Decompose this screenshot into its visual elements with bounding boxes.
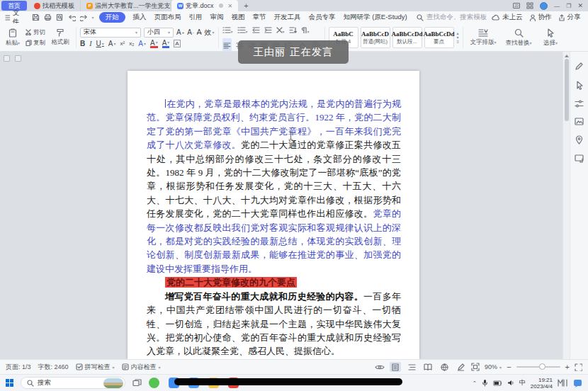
- wechat-icon[interactable]: [149, 378, 159, 388]
- redo-icon[interactable]: [80, 14, 88, 21]
- zoom-slider[interactable]: [516, 366, 560, 368]
- sort-icon[interactable]: [289, 23, 297, 36]
- select-button[interactable]: 选择▾: [538, 25, 563, 50]
- content-check-toggle[interactable]: 内容检查▾: [122, 363, 161, 372]
- ribbon-tab-引用[interactable]: 引用: [189, 13, 203, 22]
- fullscreen-icon[interactable]: [575, 363, 582, 371]
- character-border-icon[interactable]: A: [174, 40, 180, 47]
- ribbon-tab-开始[interactable]: 开始: [99, 12, 125, 23]
- task-view-icon[interactable]: [132, 379, 142, 387]
- superscript-icon[interactable]: x²: [120, 40, 125, 47]
- cut-button[interactable]: 剪切: [26, 28, 45, 37]
- translate-tool-icon[interactable]: [558, 379, 568, 387]
- style-gallery-scroll[interactable]: ▴▾≡: [457, 25, 460, 50]
- start-button[interactable]: [6, 379, 13, 387]
- decrease-font-icon[interactable]: A-: [187, 28, 194, 36]
- document-page[interactable]: 在党内，党章是最根本的党内法规，是党内的普遍行为规范。党章保障党员权利、约束党员…: [128, 71, 419, 359]
- font-name-select[interactable]: 宋体▾: [80, 28, 141, 38]
- bold-icon[interactable]: B: [80, 40, 85, 47]
- decrease-indent-icon[interactable]: [252, 23, 260, 36]
- ink-mode-icon[interactable]: [455, 362, 466, 372]
- taskbar-search[interactable]: 搜索: [21, 377, 125, 389]
- strikethrough-icon[interactable]: A▾: [108, 40, 116, 47]
- zoom-level[interactable]: 90%▾: [485, 363, 502, 370]
- align-left-icon[interactable]: [222, 38, 232, 52]
- zoom-slider-knob[interactable]: [539, 363, 545, 370]
- minimize-button[interactable]: —: [554, 3, 560, 9]
- print-preview-icon[interactable]: [56, 13, 64, 21]
- eye-protection-icon[interactable]: [375, 364, 385, 370]
- ribbon-tab-章节[interactable]: 章节: [253, 13, 266, 22]
- ime-indicator[interactable]: 中: [519, 378, 526, 387]
- text-effects-icon[interactable]: 效▾: [205, 28, 215, 38]
- command-search[interactable]: 查找命令、搜索模板: [417, 13, 487, 22]
- ribbon-tab-审阅[interactable]: 审阅: [210, 13, 224, 22]
- window-tab[interactable]: P温州大学教育...一学生党支部: [81, 0, 171, 11]
- search-highlight-image[interactable]: [103, 378, 123, 388]
- cloud-status[interactable]: 未上云: [492, 13, 523, 22]
- increase-indent-icon[interactable]: [264, 23, 272, 36]
- apps-grid-icon[interactable]: [526, 2, 533, 9]
- notification-icon[interactable]: [573, 379, 582, 387]
- underline-icon[interactable]: U▾: [96, 40, 104, 47]
- outline-view-icon[interactable]: [406, 362, 417, 372]
- tab-close-icon[interactable]: ✕: [228, 3, 233, 9]
- quick-access-dropdown-icon[interactable]: ▾: [92, 15, 94, 20]
- style-card[interactable]: AaBbCcDd要点: [424, 27, 454, 48]
- edit-pen-icon[interactable]: [575, 62, 584, 71]
- collaborate-button[interactable]: 协作: [529, 13, 552, 22]
- text-layout-button[interactable]: 文字排版▾: [467, 25, 499, 50]
- word-count[interactable]: 字数: 2460: [38, 363, 69, 372]
- read-layout-icon[interactable]: [422, 362, 434, 372]
- web-layout-icon[interactable]: [439, 362, 450, 372]
- subscript-icon[interactable]: x₂: [129, 40, 134, 47]
- spell-check-toggle[interactable]: 拼写检查▾: [76, 363, 115, 372]
- close-button[interactable]: ✕: [577, 2, 583, 9]
- zoom-in-button[interactable]: +: [565, 363, 570, 371]
- ribbon-tab-视图[interactable]: 视图: [232, 13, 245, 22]
- restore-button[interactable]: ❐: [566, 3, 571, 9]
- font-size-select[interactable]: 小四▾: [144, 28, 174, 38]
- select-tool-icon[interactable]: [575, 81, 584, 90]
- style-card[interactable]: AaBbCcDd默认段...: [392, 27, 422, 48]
- scroll-up-icon[interactable]: [565, 55, 569, 57]
- bullet-list-icon[interactable]: ▾: [222, 23, 233, 36]
- paste-button[interactable]: 粘贴▾: [3, 25, 23, 50]
- new-tab-button[interactable]: +: [238, 0, 254, 11]
- copy-button[interactable]: 复制: [26, 39, 45, 47]
- location-pin-icon[interactable]: [575, 135, 583, 144]
- highlight-color-icon[interactable]: A▾: [150, 40, 158, 48]
- clear-format-icon[interactable]: A: [197, 28, 202, 36]
- mini-tool-icon[interactable]: [15, 55, 21, 62]
- microphone-icon[interactable]: [482, 379, 488, 387]
- zoom-out-button[interactable]: −: [507, 363, 511, 371]
- italic-icon[interactable]: I: [89, 40, 91, 47]
- font-color-icon[interactable]: A▾: [162, 40, 170, 48]
- fit-page-icon[interactable]: [471, 363, 480, 371]
- skin-icon[interactable]: 2D: [513, 3, 520, 8]
- ribbon-tab-插入[interactable]: 插入: [133, 13, 147, 22]
- paragraph-mark-icon[interactable]: ▾: [301, 23, 310, 36]
- format-painter-button[interactable]: 格式刷: [48, 25, 72, 50]
- card-image-icon[interactable]: [575, 118, 584, 125]
- taskbar-clock[interactable]: 19:212023/4/4: [531, 377, 553, 390]
- ribbon-tab-开发工具[interactable]: 开发工具: [274, 13, 301, 22]
- battery-icon[interactable]: [493, 380, 502, 386]
- mobile-view-icon[interactable]: [575, 154, 584, 163]
- text-effect-a-icon[interactable]: A▾: [138, 40, 146, 47]
- speaker-icon[interactable]: [507, 380, 514, 386]
- print-icon[interactable]: [44, 13, 52, 21]
- mini-tool-icon[interactable]: [4, 55, 10, 62]
- settings-sliders-icon[interactable]: [575, 100, 584, 108]
- style-card[interactable]: AaBbCcD普通(网站): [361, 27, 390, 48]
- find-replace-button[interactable]: 查找替换▾: [502, 25, 535, 50]
- browser-globe-icon[interactable]: [540, 2, 548, 10]
- ribbon-tab-会员专享[interactable]: 会员专享: [309, 13, 336, 22]
- increase-font-icon[interactable]: A+: [176, 28, 184, 36]
- window-tab[interactable]: 找稻壳模板: [28, 0, 81, 11]
- ribbon-tab-知网研学 (原E-Study)[interactable]: 知网研学 (原E-Study): [344, 13, 407, 22]
- numbered-list-icon[interactable]: ▾: [237, 23, 248, 36]
- scrollbar-thumb[interactable]: [565, 59, 569, 121]
- vertical-scrollbar[interactable]: [562, 52, 570, 359]
- window-tab[interactable]: W党章.docx✕: [171, 0, 238, 11]
